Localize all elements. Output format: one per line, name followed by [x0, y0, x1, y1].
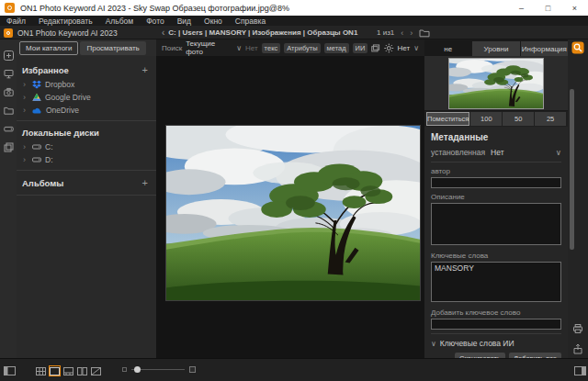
- sidebar-item-drive-d[interactable]: › D:: [17, 153, 156, 166]
- compare-view-button[interactable]: [76, 365, 88, 376]
- zoom-fit-button[interactable]: Поместиться: [426, 112, 469, 126]
- expand-icon[interactable]: ›: [23, 93, 28, 102]
- app-logo-icon: [5, 3, 15, 13]
- rating-value[interactable]: Нет: [398, 44, 411, 52]
- preset-value[interactable]: Нет: [491, 148, 503, 157]
- photo-landscape-tree[interactable]: [165, 125, 421, 301]
- keyword-ai-icon[interactable]: [571, 41, 584, 54]
- sidebar-item-dropbox[interactable]: › Dropbox: [17, 78, 156, 91]
- author-input[interactable]: [431, 177, 561, 188]
- filter-attributes-button[interactable]: Атрибуты: [284, 43, 320, 53]
- export-icon[interactable]: [572, 343, 583, 354]
- menu-help[interactable]: Справка: [229, 17, 272, 26]
- divider: [17, 120, 156, 121]
- thumbnail-size-slider[interactable]: [122, 366, 196, 373]
- tab-browse[interactable]: Просматривать: [80, 41, 145, 55]
- divider: [17, 195, 156, 196]
- minimize-button[interactable]: –: [508, 0, 535, 16]
- tab-navigator[interactable]: не: [424, 41, 471, 56]
- photo-counter: 1 из1: [377, 28, 394, 37]
- breadcrumb[interactable]: ‹ C: | Users | MANSORY | Изображения | О…: [162, 26, 357, 39]
- catalog-tabs-bar: Мои каталоги Просматривать: [0, 39, 156, 56]
- menu-bar: Файл Редактировать Альбом Фото Вид Окно …: [0, 16, 588, 26]
- copy-icon[interactable]: [371, 44, 380, 52]
- slider-min-icon: [122, 367, 127, 372]
- prev-photo-icon[interactable]: ‹: [401, 28, 403, 38]
- expand-icon[interactable]: ›: [23, 155, 28, 164]
- toggle-right-panel-icon[interactable]: [574, 366, 586, 375]
- zoom-50-button[interactable]: 50: [503, 112, 534, 126]
- filter-metadata-button[interactable]: метад: [324, 43, 349, 53]
- map-view-button[interactable]: [90, 365, 102, 376]
- menu-window[interactable]: Окно: [198, 17, 229, 26]
- zoom-100-button[interactable]: 100: [470, 112, 502, 126]
- tab-my-catalogs[interactable]: Мои каталоги: [19, 41, 78, 55]
- slider-track[interactable]: [131, 369, 185, 370]
- detail-view-button[interactable]: [49, 365, 61, 376]
- menu-view[interactable]: Вид: [171, 17, 198, 26]
- slider-max-icon: [189, 366, 196, 373]
- computer-icon[interactable]: [4, 69, 14, 79]
- add-keyword-input[interactable]: [431, 319, 561, 330]
- photo-thumbnail[interactable]: [448, 58, 544, 109]
- folder-icon[interactable]: [419, 28, 430, 38]
- expand-icon[interactable]: ›: [23, 80, 28, 89]
- toggle-left-panel-icon[interactable]: [4, 366, 16, 375]
- app-name: ON1 Photo Keyword AI 2023: [17, 28, 118, 38]
- drive-icon[interactable]: [4, 124, 14, 134]
- tab-info[interactable]: Информация: [521, 41, 568, 56]
- add-source-icon[interactable]: [4, 50, 14, 61]
- filter-text-button[interactable]: текс: [262, 43, 281, 53]
- add-keyword-label: Добавить ключевое слово: [431, 308, 561, 317]
- preset-chevron-down-icon[interactable]: ∨: [556, 148, 561, 157]
- tab-levels[interactable]: Уровни: [472, 41, 519, 56]
- title-bar: ON1 Photo Keyword AI 2023 - Sky Swap Обр…: [0, 0, 588, 16]
- search-bar: Поиск Текущие фото ∨ Нет текс Атрибуты м…: [156, 39, 424, 56]
- author-label: автор: [431, 167, 561, 175]
- chevron-down-icon[interactable]: ∨: [236, 44, 242, 52]
- filter-ai-button[interactable]: ИИ: [353, 43, 368, 53]
- keywords-textarea[interactable]: MANSORY: [431, 262, 561, 302]
- divider: [431, 333, 561, 334]
- dropbox-icon: [32, 80, 41, 89]
- ai-keywords-collapse-icon[interactable]: ∨: [431, 340, 436, 348]
- description-textarea[interactable]: [431, 203, 561, 245]
- sidebar-item-onedrive[interactable]: › OneDrive: [17, 104, 156, 117]
- print-icon[interactable]: [572, 323, 583, 334]
- close-button[interactable]: ×: [561, 0, 588, 16]
- sidebar-item-google-drive[interactable]: › Google Drive: [17, 91, 156, 104]
- navigator-preview: [424, 56, 568, 111]
- search-scope-dropdown[interactable]: Текущие фото: [186, 39, 232, 56]
- cloud-folder-icon[interactable]: [4, 106, 14, 116]
- breadcrumb-path[interactable]: C: | Users | MANSORY | Изображения | Обр…: [168, 28, 357, 37]
- sidebar-item-drive-c[interactable]: › C:: [17, 140, 156, 153]
- window-title: ON1 Photo Keyword AI 2023 - Sky Swap Обр…: [20, 4, 289, 13]
- add-album-button[interactable]: +: [142, 177, 148, 188]
- grid-view-button[interactable]: [35, 365, 47, 376]
- slider-handle[interactable]: [134, 366, 141, 373]
- expand-icon[interactable]: ›: [23, 106, 28, 115]
- add-favorite-button[interactable]: +: [142, 64, 148, 75]
- sun-rating-icon[interactable]: [384, 43, 394, 53]
- source-icon-strip: [0, 39, 17, 358]
- on1-logo-icon: [4, 28, 13, 38]
- zoom-25-button[interactable]: 25: [535, 112, 566, 126]
- filmstrip-view-button[interactable]: [62, 365, 74, 376]
- panel-scrollbar[interactable]: [570, 89, 574, 250]
- search-chevron-down-icon[interactable]: ∨: [413, 44, 419, 52]
- next-photo-icon[interactable]: ›: [410, 28, 413, 38]
- back-icon[interactable]: ‹: [162, 28, 164, 38]
- google-drive-icon: [32, 93, 41, 102]
- keywords-label: Ключевые слова: [431, 252, 561, 260]
- menu-file[interactable]: Файл: [0, 17, 32, 26]
- menu-photo[interactable]: Фото: [140, 17, 171, 26]
- menu-edit[interactable]: Редактировать: [32, 17, 99, 26]
- search-label: Поиск: [162, 44, 182, 52]
- versions-icon[interactable]: [4, 142, 14, 152]
- sidebar-item-label: Dropbox: [45, 80, 74, 89]
- expand-icon[interactable]: ›: [23, 142, 28, 151]
- favorites-title: Избранное: [22, 65, 69, 75]
- maximize-button[interactable]: □: [535, 0, 561, 16]
- camera-icon[interactable]: [4, 87, 14, 97]
- menu-album[interactable]: Альбом: [99, 17, 141, 26]
